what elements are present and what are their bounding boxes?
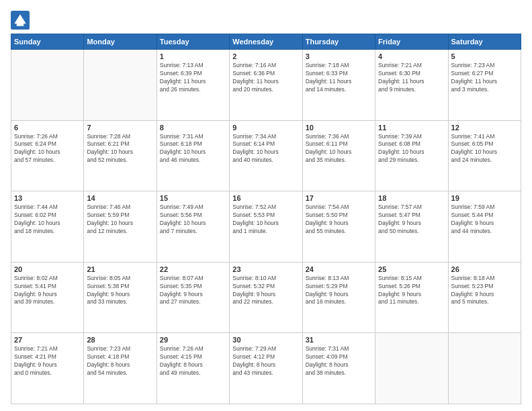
day-info: Sunrise: 8:18 AM Sunset: 5:23 PM Dayligh… [451,275,518,307]
day-info: Sunrise: 7:49 AM Sunset: 5:56 PM Dayligh… [160,203,226,236]
day-info: Sunrise: 7:23 AM Sunset: 6:27 PM Dayligh… [451,62,518,94]
calendar-cell: 1Sunrise: 7:13 AM Sunset: 6:39 PM Daylig… [157,50,229,121]
day-info: Sunrise: 7:21 AM Sunset: 4:21 PM Dayligh… [14,345,81,377]
day-info: Sunrise: 8:10 AM Sunset: 5:32 PM Dayligh… [232,275,299,307]
weekday-header-saturday: Saturday [448,34,521,50]
calendar-cell: 28Sunrise: 7:23 AM Sunset: 4:18 PM Dayli… [84,333,157,404]
day-number: 21 [87,265,153,273]
logo-icon [11,11,30,30]
weekday-header-row: SundayMondayTuesdayWednesdayThursdayFrid… [11,34,521,50]
day-info: Sunrise: 7:13 AM Sunset: 6:39 PM Dayligh… [160,62,226,94]
day-number: 30 [232,336,299,344]
day-number: 16 [232,194,299,202]
calendar-week-row: 20Sunrise: 8:02 AM Sunset: 5:41 PM Dayli… [11,262,521,333]
day-info: Sunrise: 8:13 AM Sunset: 5:29 PM Dayligh… [306,275,372,307]
weekday-header-monday: Monday [84,34,157,50]
calendar-cell: 18Sunrise: 7:57 AM Sunset: 5:47 PM Dayli… [375,191,448,263]
day-info: Sunrise: 7:46 AM Sunset: 5:59 PM Dayligh… [87,203,153,236]
calendar-cell: 22Sunrise: 8:07 AM Sunset: 5:35 PM Dayli… [157,262,229,333]
calendar-cell: 23Sunrise: 8:10 AM Sunset: 5:32 PM Dayli… [230,262,302,333]
day-number: 9 [232,124,299,132]
day-number: 25 [378,265,445,273]
day-info: Sunrise: 7:44 AM Sunset: 6:02 PM Dayligh… [14,203,81,236]
day-info: Sunrise: 7:41 AM Sunset: 6:05 PM Dayligh… [451,133,518,165]
calendar-cell: 7Sunrise: 7:28 AM Sunset: 6:21 PM Daylig… [84,120,157,191]
day-info: Sunrise: 7:29 AM Sunset: 4:12 PM Dayligh… [232,345,299,377]
day-info: Sunrise: 7:31 AM Sunset: 6:18 PM Dayligh… [160,133,226,165]
day-number: 20 [14,265,81,273]
day-number: 3 [306,52,372,60]
day-number: 5 [451,52,518,60]
logo [11,11,32,30]
day-number: 23 [232,265,299,273]
day-number: 8 [160,124,226,132]
weekday-header-wednesday: Wednesday [230,34,302,50]
day-number: 10 [306,124,372,132]
calendar-table: SundayMondayTuesdayWednesdayThursdayFrid… [11,34,521,404]
day-number: 1 [160,52,226,60]
day-number: 13 [14,194,81,202]
svg-rect-2 [17,21,24,26]
calendar-week-row: 27Sunrise: 7:21 AM Sunset: 4:21 PM Dayli… [11,333,521,404]
day-number: 2 [232,52,299,60]
day-info: Sunrise: 7:26 AM Sunset: 6:24 PM Dayligh… [14,133,81,165]
day-info: Sunrise: 7:31 AM Sunset: 4:09 PM Dayligh… [306,345,372,377]
day-number: 17 [306,194,372,202]
weekday-header-thursday: Thursday [302,34,375,50]
calendar-cell [84,50,157,121]
day-number: 18 [378,194,445,202]
calendar-week-row: 1Sunrise: 7:13 AM Sunset: 6:39 PM Daylig… [11,50,521,121]
day-info: Sunrise: 7:16 AM Sunset: 6:36 PM Dayligh… [232,62,299,94]
calendar-cell: 2Sunrise: 7:16 AM Sunset: 6:36 PM Daylig… [230,50,302,121]
day-number: 27 [14,336,81,344]
day-info: Sunrise: 7:26 AM Sunset: 4:15 PM Dayligh… [160,345,226,377]
day-info: Sunrise: 7:23 AM Sunset: 4:18 PM Dayligh… [87,345,153,377]
calendar-cell: 29Sunrise: 7:26 AM Sunset: 4:15 PM Dayli… [157,333,229,404]
day-info: Sunrise: 8:02 AM Sunset: 5:41 PM Dayligh… [14,275,81,307]
day-info: Sunrise: 7:28 AM Sunset: 6:21 PM Dayligh… [87,133,153,165]
calendar-cell: 17Sunrise: 7:54 AM Sunset: 5:50 PM Dayli… [302,191,375,263]
day-info: Sunrise: 7:18 AM Sunset: 6:33 PM Dayligh… [306,62,372,94]
calendar-cell: 6Sunrise: 7:26 AM Sunset: 6:24 PM Daylig… [11,120,84,191]
calendar-cell [448,333,521,404]
day-number: 28 [87,336,153,344]
calendar-cell: 14Sunrise: 7:46 AM Sunset: 5:59 PM Dayli… [84,191,157,263]
calendar-cell [11,50,84,121]
calendar-cell: 20Sunrise: 8:02 AM Sunset: 5:41 PM Dayli… [11,262,84,333]
day-number: 14 [87,194,153,202]
day-number: 31 [306,336,372,344]
calendar-cell: 27Sunrise: 7:21 AM Sunset: 4:21 PM Dayli… [11,333,84,404]
weekday-header-friday: Friday [375,34,448,50]
calendar-cell: 25Sunrise: 8:15 AM Sunset: 5:26 PM Dayli… [375,262,448,333]
day-info: Sunrise: 7:36 AM Sunset: 6:11 PM Dayligh… [306,133,372,165]
calendar-cell: 30Sunrise: 7:29 AM Sunset: 4:12 PM Dayli… [230,333,302,404]
calendar-cell: 12Sunrise: 7:41 AM Sunset: 6:05 PM Dayli… [448,120,521,191]
calendar-week-row: 6Sunrise: 7:26 AM Sunset: 6:24 PM Daylig… [11,120,521,191]
calendar-header: SundayMondayTuesdayWednesdayThursdayFrid… [11,34,521,50]
calendar-cell: 5Sunrise: 7:23 AM Sunset: 6:27 PM Daylig… [448,50,521,121]
calendar-cell: 15Sunrise: 7:49 AM Sunset: 5:56 PM Dayli… [157,191,229,263]
day-info: Sunrise: 8:05 AM Sunset: 5:38 PM Dayligh… [87,275,153,307]
calendar-cell: 8Sunrise: 7:31 AM Sunset: 6:18 PM Daylig… [157,120,229,191]
calendar-cell: 19Sunrise: 7:59 AM Sunset: 5:44 PM Dayli… [448,191,521,263]
calendar-cell: 21Sunrise: 8:05 AM Sunset: 5:38 PM Dayli… [84,262,157,333]
day-info: Sunrise: 7:34 AM Sunset: 6:14 PM Dayligh… [232,133,299,165]
day-info: Sunrise: 7:21 AM Sunset: 6:30 PM Dayligh… [378,62,445,94]
calendar-week-row: 13Sunrise: 7:44 AM Sunset: 6:02 PM Dayli… [11,191,521,263]
calendar-body: 1Sunrise: 7:13 AM Sunset: 6:39 PM Daylig… [11,50,521,404]
day-info: Sunrise: 7:54 AM Sunset: 5:50 PM Dayligh… [306,203,372,236]
day-info: Sunrise: 8:15 AM Sunset: 5:26 PM Dayligh… [378,275,445,307]
day-number: 4 [378,52,445,60]
calendar-cell: 10Sunrise: 7:36 AM Sunset: 6:11 PM Dayli… [302,120,375,191]
calendar-cell: 16Sunrise: 7:52 AM Sunset: 5:53 PM Dayli… [230,191,302,263]
day-number: 11 [378,124,445,132]
header [11,11,521,30]
day-number: 15 [160,194,226,202]
day-number: 22 [160,265,226,273]
calendar-cell: 31Sunrise: 7:31 AM Sunset: 4:09 PM Dayli… [302,333,375,404]
day-number: 26 [451,265,518,273]
calendar-cell: 24Sunrise: 8:13 AM Sunset: 5:29 PM Dayli… [302,262,375,333]
page: SundayMondayTuesdayWednesdayThursdayFrid… [0,0,532,411]
day-info: Sunrise: 7:39 AM Sunset: 6:08 PM Dayligh… [378,133,445,165]
day-info: Sunrise: 7:52 AM Sunset: 5:53 PM Dayligh… [232,203,299,236]
